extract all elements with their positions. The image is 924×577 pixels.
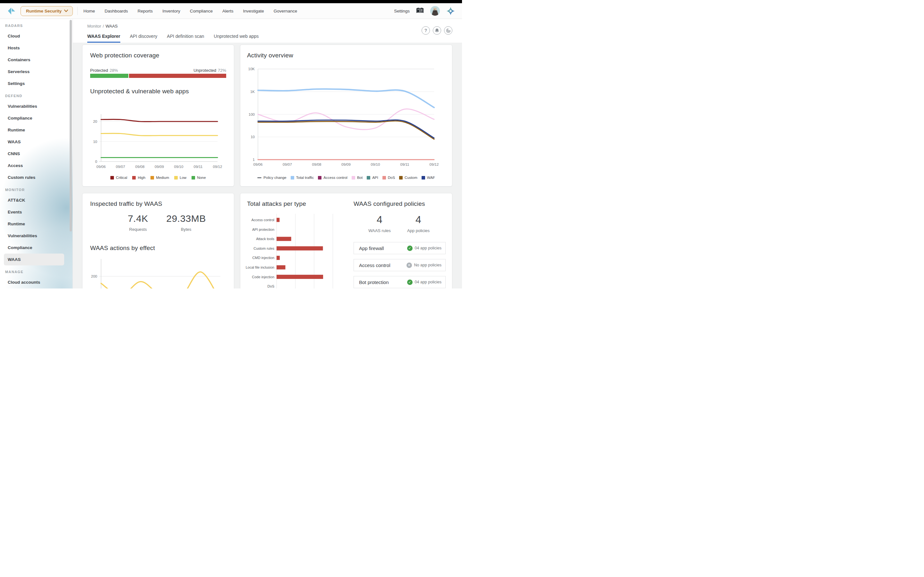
topbar-right-group: Settings	[394, 6, 455, 16]
legend-item-medium: Medium	[150, 176, 169, 179]
tab-waas-explorer[interactable]: WAAS Explorer	[87, 34, 120, 43]
legend-label-api: API	[372, 176, 378, 179]
attacks-per-type-chart: Access controlAPI protectionAttack tools…	[240, 210, 352, 288]
requests-value: 7.4K	[112, 213, 164, 224]
sidebar-item-serverless[interactable]: Serverless	[0, 66, 73, 77]
legend-item-critical: Critical	[110, 176, 127, 179]
svg-text:09/07: 09/07	[283, 163, 292, 166]
policy-row-access-control[interactable]: Access control✕No app policies	[354, 259, 446, 271]
breadcrumb: Monitor/WAAS	[87, 24, 118, 29]
tab-api-discovery[interactable]: API discovery	[130, 34, 158, 43]
card-web-protection-coverage: Web protection coverage Protected28% Unp…	[82, 45, 234, 187]
legend-swatch-custom	[399, 176, 403, 179]
sidebar-item-runtime[interactable]: Runtime	[0, 124, 73, 136]
sidebar-item-vulnerabilities[interactable]: Vulnerabilities	[0, 230, 73, 242]
sidebar-item-compliance[interactable]: Compliance	[0, 242, 73, 253]
help-icon[interactable]: ?	[422, 26, 430, 35]
main-nav: HomeDashboardsReportsInventoryCompliance…	[83, 9, 297, 13]
series-low	[101, 133, 218, 135]
product-switcher-dropdown[interactable]: Runtime Security	[21, 6, 73, 16]
legend-item-bot: Bot	[352, 176, 363, 179]
legend-swatch-api	[367, 176, 370, 179]
requests-stat: 7.4K Requests	[112, 213, 164, 232]
sidebar-item-events[interactable]: Events	[0, 206, 73, 218]
sidebar-item-settings[interactable]: Settings	[0, 77, 73, 89]
nav-item-home[interactable]: Home	[83, 9, 95, 13]
tab-unprotected-web-apps[interactable]: Unprotected web apps	[214, 34, 258, 43]
svg-text:09/06: 09/06	[97, 165, 106, 169]
nav-item-reports[interactable]: Reports	[137, 9, 153, 13]
nav-item-compliance[interactable]: Compliance	[190, 9, 213, 13]
sidebar-item-att-ck[interactable]: ATT&CK	[0, 194, 73, 206]
unprotected-value: 72%	[218, 68, 226, 73]
sidebar-item-cloud-accounts[interactable]: Cloud accounts	[0, 276, 73, 288]
policy-status-bot-protection: ✓04 app policies	[407, 279, 441, 285]
svg-text:09/09: 09/09	[341, 163, 351, 166]
sidebar-section-manage: MANAGE	[0, 268, 73, 276]
policy-status-text-app-firewall: 04 app policies	[415, 246, 441, 250]
unprotected-label: Unprotected	[194, 68, 216, 73]
legend-label-dos: DoS	[388, 176, 395, 179]
svg-text:Code injection: Code injection	[252, 275, 274, 279]
chevron-down-icon	[64, 10, 68, 12]
breadcrumb-parent[interactable]: Monitor	[87, 24, 101, 29]
nav-item-alerts[interactable]: Alerts	[222, 9, 234, 13]
user-avatar[interactable]	[430, 6, 440, 16]
svg-text:API protection: API protection	[252, 227, 274, 231]
top-navigation-bar: Runtime Security HomeDashboardsReportsIn…	[0, 3, 462, 19]
sidebar-item-waas[interactable]: WAAS	[4, 253, 64, 266]
legend-label-policy-change: Policy change	[263, 176, 286, 179]
nav-item-inventory[interactable]: Inventory	[162, 9, 180, 13]
legend-item-access-control: Access control	[318, 176, 347, 179]
notifications-bell-icon[interactable]	[433, 26, 441, 35]
card-inspected-traffic: Inspected traffic by WAAS 7.4K Requests …	[82, 193, 234, 288]
nav-item-investigate[interactable]: Investigate	[243, 9, 264, 13]
legend-swatch-critical	[110, 176, 114, 179]
policy-status-text-access-control: No app policies	[414, 263, 441, 268]
legend-label-custom: Custom	[405, 176, 417, 179]
legend-item-api: API	[367, 176, 378, 179]
sidebar-item-waas[interactable]: WAAS	[0, 136, 73, 148]
sidebar-sections: RADARSCloudHostsContainersServerlessSett…	[0, 21, 73, 288]
tab-api-definition-scan[interactable]: API definition scan	[167, 34, 204, 43]
sidebar-item-containers[interactable]: Containers	[0, 54, 73, 66]
policy-row-app-firewall[interactable]: App firewall✓04 app policies	[354, 242, 446, 254]
legend-item-waf: WAF	[422, 176, 435, 179]
coverage-bar	[90, 74, 226, 78]
nav-item-dashboards[interactable]: Dashboards	[105, 9, 128, 13]
sidebar-item-runtime[interactable]: Runtime	[0, 218, 73, 230]
sidebar-item-custom-rules[interactable]: Custom rules	[0, 171, 73, 183]
bar-access-control	[276, 218, 279, 222]
policy-status-text-bot-protection: 04 app policies	[415, 280, 441, 284]
series-bot	[258, 109, 434, 129]
prisma-cloud-app-icon[interactable]	[446, 7, 455, 15]
waas-actions-chart: 200	[82, 256, 234, 288]
protected-label: Protected	[90, 68, 108, 73]
sidebar-item-cnns[interactable]: CNNS	[0, 148, 73, 160]
check-circle-icon: ✓	[407, 279, 413, 285]
legend-item-none: None	[192, 176, 206, 179]
policy-status-app-firewall: ✓04 app policies	[407, 245, 441, 251]
card-activity-overview: Activity overview 10K1K10010109/0609/070…	[240, 45, 452, 187]
coverage-bar-protected-segment	[90, 74, 128, 78]
sidebar-item-access[interactable]: Access	[0, 160, 73, 171]
sidebar-item-cloud[interactable]: Cloud	[0, 30, 73, 42]
svg-text:09/10: 09/10	[371, 163, 380, 166]
svg-text:200: 200	[91, 274, 97, 278]
card-title-waas-actions: WAAS actions by effect	[90, 245, 155, 251]
legend-label-waf: WAF	[427, 176, 435, 179]
legend-label-total-traffic: Total traffic	[296, 176, 314, 179]
legend-item-low: Low	[174, 176, 186, 179]
sidebar-item-vulnerabilities[interactable]: Vulnerabilities	[0, 100, 73, 112]
sidebar-item-compliance[interactable]: Compliance	[0, 112, 73, 124]
policy-row-bot-protection[interactable]: Bot protection✓04 app policies	[354, 276, 446, 288]
sidebar-scrollbar[interactable]	[69, 20, 72, 231]
page-header-icons: ?	[422, 26, 452, 35]
settings-link[interactable]: Settings	[394, 9, 410, 13]
nav-item-governance[interactable]: Governance	[274, 9, 297, 13]
svg-text:0: 0	[95, 160, 97, 163]
waas-rules-stat: 4 WAAS rules	[360, 214, 399, 233]
whats-new-target-icon[interactable]	[444, 26, 452, 35]
docs-book-icon[interactable]	[416, 8, 424, 14]
sidebar-item-hosts[interactable]: Hosts	[0, 42, 73, 54]
